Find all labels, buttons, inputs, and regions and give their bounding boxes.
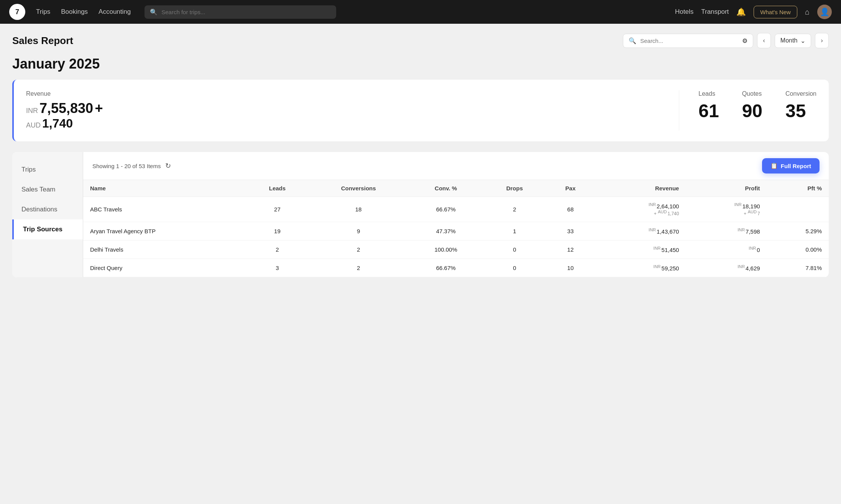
leads-value: 61 [698,100,719,121]
topnav-search-input[interactable] [161,9,331,15]
home-icon[interactable]: ⌂ [805,8,810,16]
cell-pax: 10 [546,259,595,277]
cell-profit: INR18,190 + AUD7 [686,197,767,222]
stat-conversion: Conversion 35 [785,90,816,121]
page-header-controls: 🔍 ⚙ ‹ Month ⌄ › [623,33,829,48]
cell-pft-pct [767,197,829,222]
cell-conversions: 18 [309,197,409,222]
whats-new-button[interactable]: What's New [754,6,797,18]
table-row: Direct Query 3 2 66.67% 0 10 INR59,250 I… [83,259,829,277]
showing-text: Showing 1 - 20 of 53 Items [92,163,161,169]
period-chevron-down-icon: ⌄ [800,37,805,44]
aud-value: 1,740 [42,116,73,130]
page-search-icon: 🔍 [629,37,636,44]
sidebar-item-trips[interactable]: Trips [12,160,83,180]
leads-label: Leads [698,90,719,97]
cell-leads: 27 [246,197,309,222]
sidebar-item-trip-sources[interactable]: Trip Sources [12,219,83,239]
cell-revenue: INR51,450 [595,241,686,259]
page-search-box: 🔍 ⚙ [623,34,753,48]
period-label: Month [780,37,797,44]
conversion-value: 35 [785,100,816,121]
cell-conv-pct: 100.00% [408,241,483,259]
conversion-label: Conversion [785,90,816,97]
quotes-label: Quotes [742,90,762,97]
cell-drops: 0 [483,241,546,259]
bottom-section: Trips Sales Team Destinations Trip Sourc… [12,152,829,277]
period-selector[interactable]: Month ⌄ [775,34,811,48]
cell-profit: INR7,598 [686,222,767,241]
cell-revenue: INR1,43,670 [595,222,686,241]
nav-link-hotels[interactable]: Hotels [675,8,693,16]
cell-conversions: 2 [309,241,409,259]
col-conv-pct: Conv. % [408,180,483,197]
col-revenue: Revenue [595,180,686,197]
col-profit: Profit [686,180,767,197]
aud-prefix: AUD [26,121,41,129]
nav-links: Trips Bookings Accounting [36,8,131,16]
revenue-label: Revenue [26,90,664,97]
cell-conv-pct: 66.67% [408,259,483,277]
cell-pax: 33 [546,222,595,241]
sidebar: Trips Sales Team Destinations Trip Sourc… [12,152,83,277]
summary-card: Revenue INR7,55,830 + AUD1,740 Leads 61 … [12,80,829,141]
revenue-aud-line: AUD1,740 [26,116,664,131]
inr-value: 7,55,830 [39,100,93,116]
cell-conv-pct: 66.67% [408,197,483,222]
data-table: Name Leads Conversions Conv. % Drops Pax… [83,180,829,277]
cell-drops: 0 [483,259,546,277]
stat-quotes: Quotes 90 [742,90,762,121]
user-avatar[interactable]: 👤 [817,5,832,19]
page-title: Sales Report [12,35,73,47]
table-header-bar: Showing 1 - 20 of 53 Items ↻ 📋 Full Repo… [83,152,829,180]
col-name: Name [83,180,246,197]
app-logo[interactable]: 7 [9,4,25,20]
nav-link-bookings[interactable]: Bookings [61,8,88,16]
sidebar-item-destinations[interactable]: Destinations [12,200,83,219]
cell-pft-pct: 5.29% [767,222,829,241]
inr-plus: + [95,100,103,116]
nav-link-accounting[interactable]: Accounting [99,8,131,16]
notification-bell-icon[interactable]: 🔔 [736,7,746,16]
page-search-input[interactable] [640,38,738,44]
cell-revenue: INR59,250 [595,259,686,277]
full-report-label: Full Report [781,163,811,169]
table-body: ABC Travels 27 18 66.67% 2 68 INR2,64,10… [83,197,829,277]
table-area: Showing 1 - 20 of 53 Items ↻ 📋 Full Repo… [83,152,829,277]
col-pax: Pax [546,180,595,197]
period-title: January 2025 [12,56,829,72]
stat-leads: Leads 61 [698,90,719,121]
main-content: Sales Report 🔍 ⚙ ‹ Month ⌄ › January 202… [0,24,841,286]
full-report-icon: 📋 [770,162,778,169]
col-drops: Drops [483,180,546,197]
table-row: Aryan Travel Agency BTP 19 9 47.37% 1 33… [83,222,829,241]
cell-leads: 3 [246,259,309,277]
full-report-button[interactable]: 📋 Full Report [762,158,820,173]
period-next-button[interactable]: › [815,33,829,48]
top-navigation: 7 Trips Bookings Accounting 🔍 Hotels Tra… [0,0,841,24]
cell-drops: 1 [483,222,546,241]
summary-revenue: Revenue INR7,55,830 + AUD1,740 [26,90,679,131]
table-row: Delhi Travels 2 2 100.00% 0 12 INR51,450… [83,241,829,259]
cell-conv-pct: 47.37% [408,222,483,241]
page-header: Sales Report 🔍 ⚙ ‹ Month ⌄ › [12,33,829,48]
cell-pax: 68 [546,197,595,222]
inr-prefix: INR [26,107,38,115]
cell-drops: 2 [483,197,546,222]
cell-revenue: INR2,64,100 + AUD1,740 [595,197,686,222]
refresh-icon[interactable]: ↻ [165,162,171,170]
quotes-value: 90 [742,100,762,121]
period-prev-button[interactable]: ‹ [757,33,771,48]
nav-link-trips[interactable]: Trips [36,8,50,16]
nav-link-transport[interactable]: Transport [701,8,729,16]
table-header-row: Name Leads Conversions Conv. % Drops Pax… [83,180,829,197]
cell-leads: 19 [246,222,309,241]
cell-name: Delhi Travels [83,241,246,259]
cell-name: Direct Query [83,259,246,277]
sidebar-item-sales-team[interactable]: Sales Team [12,180,83,200]
cell-pax: 12 [546,241,595,259]
cell-leads: 2 [246,241,309,259]
revenue-inr-line: INR7,55,830 + [26,100,664,116]
topnav-search-box: 🔍 [145,5,336,19]
filter-icon[interactable]: ⚙ [742,37,747,44]
